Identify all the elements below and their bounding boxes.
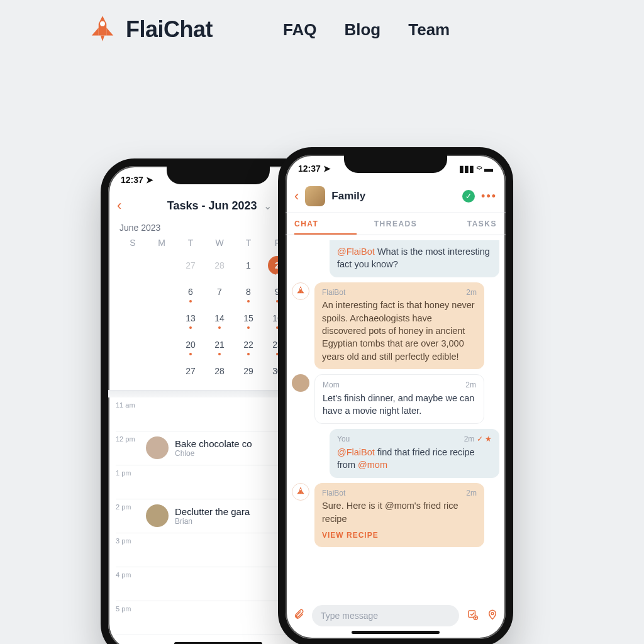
message-bubble[interactable]: FlaiBot2mAn interesting fact is that hon…: [314, 282, 484, 369]
calendar-day: 28: [206, 253, 233, 278]
calendar-day[interactable]: 20: [177, 332, 204, 357]
calendar-day[interactable]: 7: [206, 279, 233, 304]
calendar-day[interactable]: 1: [235, 253, 262, 278]
message-time: 2m: [465, 380, 476, 389]
more-icon[interactable]: •••: [481, 190, 497, 203]
site-header: FlaiChat FAQ Blog Team: [0, 0, 644, 45]
message-author: FlaiBot: [322, 287, 345, 298]
chat-header: ‹ Family ✓ •••: [286, 182, 506, 213]
mention[interactable]: @FlaiBot: [337, 247, 375, 257]
mention[interactable]: @FlaiBot: [337, 447, 375, 457]
tasks-title-dropdown[interactable]: Tasks - Jun 2023 ⌄: [167, 199, 272, 213]
task-dot-icon: [189, 353, 192, 355]
back-icon[interactable]: ‹: [294, 188, 299, 204]
message-text: Let's finish dinner, and maybe we can ha…: [323, 392, 476, 418]
signal-icon: ▮▮▮: [459, 164, 474, 174]
task-dot-icon: [247, 326, 250, 329]
chevron-down-icon: ⌄: [264, 200, 272, 212]
location-pin-icon[interactable]: [486, 609, 499, 623]
message-author: Mom: [323, 380, 340, 391]
message-row: FlaiBot2mAn interesting fact is that hon…: [292, 282, 499, 369]
timeline-time-label: 11 am: [116, 397, 146, 409]
event-title: Declutter the gara: [175, 506, 250, 517]
phone-notch: [167, 165, 270, 184]
chat-messages[interactable]: @FlaiBot What is the most interesting fa…: [286, 235, 506, 606]
verified-badge-icon: ✓: [462, 190, 475, 203]
timeline-time-label: 2 pm: [116, 499, 146, 511]
nav-team[interactable]: Team: [408, 20, 450, 40]
composer: Type message: [292, 605, 499, 626]
calendar-day: [148, 306, 175, 331]
svg-point-2: [300, 489, 302, 491]
calendar-dow: M: [148, 238, 175, 252]
calendar-day[interactable]: 28: [206, 358, 233, 384]
calendar-day: [119, 253, 146, 278]
calendar-day: [148, 358, 175, 384]
calendar-day: [119, 279, 146, 304]
flaibot-avatar-icon: [292, 483, 309, 501]
task-dot-icon: [218, 353, 221, 355]
calendar-day: [148, 332, 175, 357]
phone-chat: 12:37 ➤ ▮▮▮ ⌔ ▬ ‹ Family ✓ ••• CHAT THRE…: [278, 147, 513, 644]
tab-threads[interactable]: THREADS: [357, 213, 435, 235]
calendar-day[interactable]: 14: [206, 306, 233, 331]
event-title: Bake chocolate co: [175, 438, 252, 449]
tab-chat[interactable]: CHAT: [294, 213, 357, 235]
timeline-event[interactable]: Declutter the garaBrian: [146, 499, 250, 532]
back-icon[interactable]: ‹: [117, 197, 121, 214]
primary-nav: FAQ Blog Team: [283, 20, 450, 40]
timeline-time-label: 5 pm: [116, 601, 146, 613]
avatar: [146, 504, 169, 527]
add-task-icon[interactable]: [465, 609, 479, 623]
event-author: Chloe: [175, 449, 252, 458]
task-dot-icon: [189, 326, 192, 329]
calendar-day: 27: [177, 253, 204, 278]
message-bubble[interactable]: @FlaiBot What is the most interesting fa…: [330, 240, 499, 277]
phone-notch: [344, 154, 447, 173]
attachment-icon[interactable]: [292, 609, 306, 623]
task-dot-icon: [218, 326, 221, 329]
logo[interactable]: FlaiChat: [87, 14, 213, 45]
message-author: You: [337, 434, 350, 445]
wifi-icon: ⌔: [477, 164, 482, 174]
message-row: You2m ✓ ★@FlaiBot find that fried rice r…: [292, 429, 499, 477]
timeline-time-label: 12 pm: [116, 431, 146, 443]
calendar-day[interactable]: 22: [235, 332, 262, 357]
message-bubble[interactable]: You2m ✓ ★@FlaiBot find that fried rice r…: [330, 429, 499, 477]
view-recipe-button[interactable]: VIEW RECIPE: [322, 530, 477, 541]
message-bubble[interactable]: FlaiBot2mSure. Here is it @mom's fried r…: [314, 483, 484, 547]
group-avatar[interactable]: [305, 186, 325, 206]
message-row: Mom2mLet's finish dinner, and maybe we c…: [292, 374, 499, 424]
calendar-day: [148, 279, 175, 304]
mention[interactable]: @mom: [358, 460, 387, 470]
task-dot-icon: [189, 300, 192, 303]
chat-tabs: CHAT THREADS TASKS: [286, 213, 506, 235]
svg-point-5: [491, 612, 494, 614]
rocket-icon: [87, 14, 118, 45]
message-bubble[interactable]: Mom2mLet's finish dinner, and maybe we c…: [314, 374, 484, 424]
location-icon: ➤: [323, 164, 331, 174]
message-time: 2m: [464, 435, 475, 443]
calendar-day[interactable]: 21: [206, 332, 233, 357]
calendar-day[interactable]: 13: [177, 306, 204, 331]
tab-tasks[interactable]: TASKS: [435, 213, 497, 235]
calendar-dow: T: [177, 238, 204, 252]
timeline-event[interactable]: Bake chocolate coChloe: [146, 431, 252, 464]
message-row: @FlaiBot What is the most interesting fa…: [292, 240, 499, 277]
calendar-day[interactable]: 29: [235, 358, 262, 384]
calendar-day[interactable]: 6: [177, 279, 204, 304]
nav-faq[interactable]: FAQ: [283, 20, 316, 40]
message-input[interactable]: Type message: [312, 605, 459, 626]
status-time: 12:37: [298, 164, 321, 174]
nav-blog[interactable]: Blog: [344, 20, 380, 40]
message-placeholder: Type message: [321, 611, 378, 621]
calendar-dow: T: [235, 238, 262, 252]
calendar-day[interactable]: 8: [235, 279, 262, 304]
timeline-time-label: 4 pm: [116, 567, 146, 579]
calendar-day[interactable]: 27: [177, 358, 204, 384]
avatar: [146, 436, 169, 459]
calendar-dow: S: [119, 238, 146, 252]
calendar-day[interactable]: 15: [235, 306, 262, 331]
calendar-dow: W: [206, 238, 233, 252]
message-author: FlaiBot: [322, 488, 345, 499]
